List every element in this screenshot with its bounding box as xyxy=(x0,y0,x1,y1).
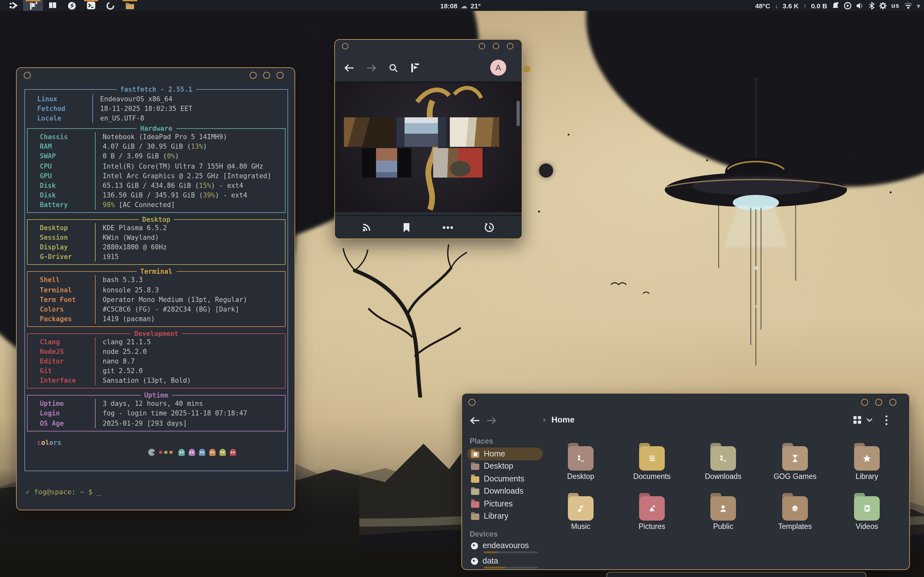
browser-window: A xyxy=(334,39,522,239)
menu-kebab-icon[interactable] xyxy=(885,416,887,425)
folder-icon xyxy=(471,476,479,483)
breadcrumb-location[interactable]: Home xyxy=(551,415,575,424)
sidebar-item-desktop[interactable]: Desktop xyxy=(467,460,543,472)
maximize-button[interactable] xyxy=(875,399,882,406)
close-button[interactable] xyxy=(889,399,897,406)
sidebar-item-downloads[interactable]: Downloads xyxy=(467,485,543,498)
background-window-edge[interactable] xyxy=(606,572,866,577)
shell-prompt[interactable]: ✓ fog@space: ~ $ _ xyxy=(26,488,288,496)
more-menu-icon[interactable] xyxy=(442,226,453,229)
forward-icon[interactable] xyxy=(367,64,376,71)
panel-clock-widget[interactable]: 18:08 ☁ 21° xyxy=(440,0,481,11)
folder-library[interactable]: Library xyxy=(837,442,897,480)
video-thumbnail[interactable] xyxy=(450,117,499,147)
video-thumbnail[interactable] xyxy=(344,117,394,147)
maximize-button[interactable] xyxy=(493,43,499,49)
fastfetch-section-development: Development Clangclang 21.1.5 NodeJSnode… xyxy=(27,334,286,389)
hourglass-glyph-icon xyxy=(790,453,800,464)
film-glyph-icon xyxy=(862,503,872,514)
notifications-bell-icon[interactable] xyxy=(832,2,839,9)
browser-page-content xyxy=(335,81,522,212)
close-button[interactable] xyxy=(507,43,513,49)
settings-gear-icon[interactable] xyxy=(879,2,887,9)
panel-expand-icon[interactable]: ▾ xyxy=(917,2,920,9)
taskbar-item-file-manager[interactable] xyxy=(120,0,140,11)
clock-time: 18:08 xyxy=(440,2,457,9)
sidebar-item-pictures[interactable]: Pictures xyxy=(467,498,543,510)
flag-media-icon xyxy=(28,1,38,10)
volume-icon[interactable] xyxy=(856,2,864,9)
maximize-button[interactable] xyxy=(263,72,270,79)
folder-icon xyxy=(471,464,479,470)
video-thumbnail[interactable] xyxy=(433,148,483,177)
grid-view-icon[interactable] xyxy=(853,416,861,424)
taskbar-item-music-player[interactable] xyxy=(101,0,120,11)
minimize-button[interactable] xyxy=(250,72,257,79)
search-icon[interactable] xyxy=(389,63,398,72)
ghost-icon xyxy=(199,449,205,456)
folder-music[interactable]: Music xyxy=(551,492,610,530)
taskbar-item-browser-media[interactable] xyxy=(23,0,43,11)
dots-glyph-icon xyxy=(575,453,586,464)
palette-dot xyxy=(159,451,162,454)
chevron-down-icon[interactable] xyxy=(866,418,872,422)
wifi-icon[interactable] xyxy=(904,2,912,9)
taskbar-item-reader[interactable] xyxy=(43,0,62,11)
folder-public[interactable]: Public xyxy=(694,492,753,530)
fastfetch-section-desktop: Desktop DesktopKDE Plasma 6.5.2 SessionK… xyxy=(27,219,286,265)
palette-dot xyxy=(164,451,167,454)
prompt-path: ~ xyxy=(80,488,84,496)
globe-browser-icon xyxy=(67,1,76,10)
minimize-button[interactable] xyxy=(861,399,868,406)
browser-logo-icon[interactable] xyxy=(410,63,420,73)
keyboard-layout-indicator[interactable]: us xyxy=(891,2,899,9)
folder-pictures[interactable]: Pictures xyxy=(622,492,682,530)
folder-desktop[interactable]: Desktop xyxy=(551,442,610,480)
weather-icon: ☁ xyxy=(461,2,467,9)
folder-documents[interactable]: Documents xyxy=(622,442,682,480)
back-icon[interactable] xyxy=(470,417,480,424)
scrollbar-thumb[interactable] xyxy=(517,101,520,126)
window-menu-button[interactable] xyxy=(342,43,349,49)
file-manager-window: › Home Places Home Desktop xyxy=(461,393,910,570)
sidebar-item-documents[interactable]: Documents xyxy=(467,472,543,485)
taskbar-item-application-launcher[interactable] xyxy=(4,0,23,11)
video-thumbnail[interactable] xyxy=(362,148,411,177)
breadcrumb[interactable]: › Home xyxy=(543,415,575,424)
bookmark-icon[interactable] xyxy=(403,222,411,232)
lines-glyph-icon xyxy=(647,453,657,464)
ufo-illustration xyxy=(642,76,873,371)
minimize-button[interactable] xyxy=(479,43,485,49)
avatar[interactable]: A xyxy=(490,60,506,76)
folder-gog-games[interactable]: GOG Games xyxy=(766,442,825,480)
folder-templates[interactable]: Templates xyxy=(766,492,825,530)
taskbar-item-internet-browser[interactable] xyxy=(62,0,81,11)
prompt-symbol: $ xyxy=(88,488,92,496)
folder-videos[interactable]: Videos xyxy=(837,492,897,530)
prompt-check: ✓ xyxy=(26,488,30,496)
palette-dot xyxy=(170,451,172,454)
video-thumbnail[interactable] xyxy=(397,117,446,147)
sidebar-device-endeavouros[interactable]: endeavouros xyxy=(467,540,543,551)
forward-icon[interactable] xyxy=(486,417,497,424)
panel-status-area: 48°C ↓ 3.6 K ↑ 0.0 B xyxy=(755,0,920,11)
bluetooth-icon[interactable] xyxy=(869,2,875,9)
sidebar-item-home[interactable]: Home xyxy=(467,448,543,460)
folder-downloads[interactable]: Downloads xyxy=(694,442,753,480)
gold-dragon-artwork xyxy=(335,83,519,212)
back-icon[interactable] xyxy=(344,64,354,71)
rss-feed-icon[interactable] xyxy=(362,222,372,232)
history-icon[interactable] xyxy=(485,222,495,232)
window-menu-button[interactable] xyxy=(24,72,31,79)
ghost-icon xyxy=(220,449,226,456)
ghost-icon xyxy=(178,449,185,456)
taskbar-item-terminal[interactable] xyxy=(81,0,101,11)
sidebar-device-data[interactable]: data xyxy=(467,556,543,566)
image-glyph-icon xyxy=(647,503,657,514)
window-menu-button[interactable] xyxy=(468,399,475,406)
media-player-icon[interactable] xyxy=(844,2,851,9)
close-button[interactable] xyxy=(276,72,284,79)
endeavouros-launcher-icon xyxy=(9,1,18,10)
sidebar-item-library[interactable]: Library xyxy=(467,510,543,522)
star-glyph-icon xyxy=(862,453,872,464)
